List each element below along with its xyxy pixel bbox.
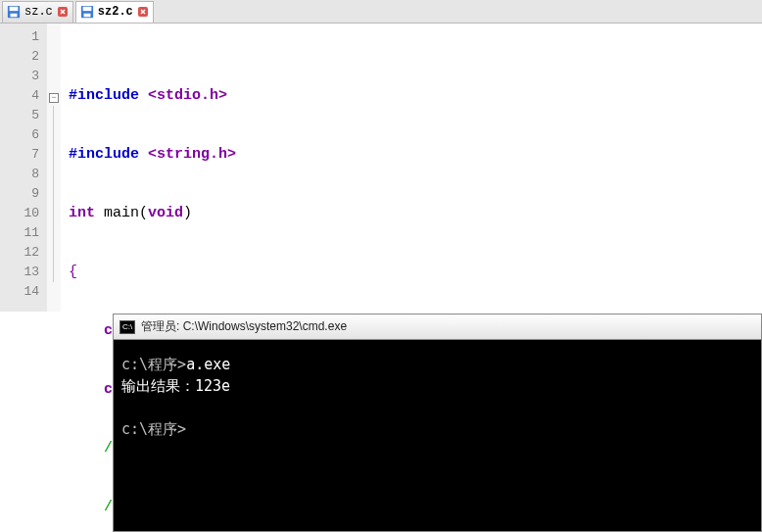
tab-label: sz2.c	[98, 5, 133, 19]
fold-toggle-icon[interactable]: −	[49, 93, 59, 103]
terminal-window: C:\ 管理员: C:\Windows\system32\cmd.exe c:\…	[113, 314, 762, 532]
svg-rect-1	[10, 7, 19, 11]
line-number: 14	[0, 282, 39, 302]
code-area[interactable]: #include <stdio.h> #include <string.h> i…	[61, 24, 762, 312]
line-number: 3	[0, 67, 39, 86]
line-number: 2	[0, 47, 39, 67]
line-number: 13	[0, 263, 39, 282]
line-gutter: 1 2 3 4 5 6 7 8 9 10 11 12 13 14	[0, 24, 47, 312]
save-icon	[80, 5, 94, 19]
tab-file-2[interactable]: sz2.c	[75, 1, 154, 23]
tab-bar: sz.c sz2.c	[0, 0, 762, 24]
tab-file-1[interactable]: sz.c	[2, 1, 73, 23]
line-number: 9	[0, 184, 39, 204]
close-icon[interactable]	[137, 6, 149, 18]
line-number: 1	[0, 27, 39, 47]
line-number: 12	[0, 243, 39, 263]
line-number: 6	[0, 125, 39, 145]
terminal-body[interactable]: c:\程序>a.exe 输出结果：123e c:\程序>	[114, 340, 761, 531]
tab-label: sz.c	[24, 5, 53, 19]
current-line-highlight	[61, 184, 762, 204]
terminal-titlebar[interactable]: C:\ 管理员: C:\Windows\system32\cmd.exe	[114, 314, 761, 340]
line-number: 8	[0, 165, 39, 184]
cmd-icon: C:\	[119, 320, 135, 334]
svg-rect-5	[82, 7, 91, 11]
line-number: 4	[0, 86, 39, 106]
code-editor[interactable]: 1 2 3 4 5 6 7 8 9 10 11 12 13 14 − #incl…	[0, 24, 762, 312]
svg-rect-2	[11, 14, 18, 18]
terminal-title: 管理员: C:\Windows\system32\cmd.exe	[141, 318, 347, 335]
svg-rect-6	[83, 14, 90, 18]
line-number: 7	[0, 145, 39, 165]
fold-column: −	[47, 24, 61, 312]
line-number: 5	[0, 106, 39, 125]
line-number: 10	[0, 204, 39, 223]
line-number: 11	[0, 223, 39, 243]
save-icon	[7, 5, 21, 19]
close-icon[interactable]	[57, 6, 69, 18]
